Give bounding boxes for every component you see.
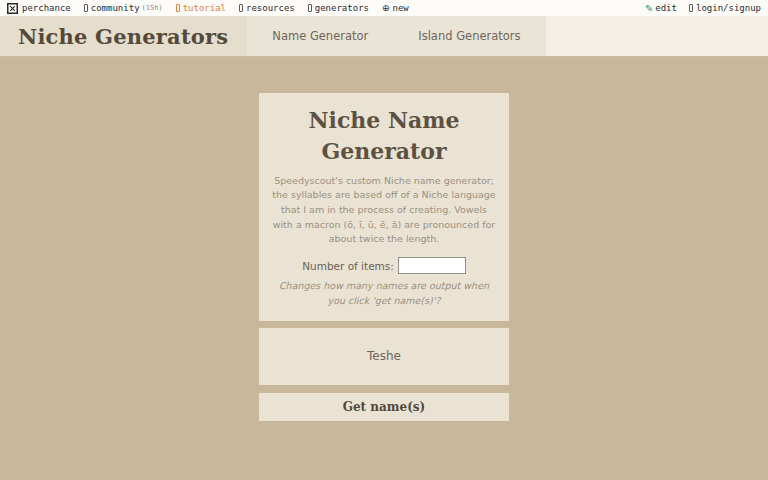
topbar: perchance community (15h) tutorial resou… [0,0,768,16]
generator-card: Niche Name Generator Speedyscout's custo… [259,93,509,321]
pencil-icon: ✎ [645,3,653,14]
new-label: new [393,3,409,13]
edit-label: edit [655,3,677,13]
edit-link[interactable]: ✎ edit [645,3,677,14]
user-icon [689,4,693,12]
brand-label: perchance [22,3,71,13]
new-generator-link[interactable]: ⊕ new [382,3,409,13]
number-of-items-label: Number of items: [302,260,394,272]
community-label: community [91,3,140,13]
generator-content: Niche Name Generator Speedyscout's custo… [0,57,768,421]
resources-label: resources [246,3,295,13]
community-activity-badge: (15h) [142,4,163,12]
items-help-note: Changes how many names are output when y… [272,279,496,308]
generators-link[interactable]: generators [308,3,369,13]
generator-description: Speedyscout's custom Niche name generato… [272,174,496,248]
generators-label: generators [315,3,369,13]
plus-circle-icon: ⊕ [382,3,390,13]
community-link[interactable]: community (15h) [84,3,163,13]
login-signup-label: login/signup [696,3,761,13]
get-names-button[interactable]: Get name(s) [259,393,509,421]
number-of-items-input[interactable] [398,257,466,274]
login-signup-link[interactable]: login/signup [689,3,761,13]
tab-island-generators[interactable]: Island Generators [393,16,545,56]
perchance-home-link[interactable]: perchance [7,3,71,14]
tab-name-generator[interactable]: Name Generator [247,16,393,56]
resources-link[interactable]: resources [239,3,295,13]
tutorial-label: tutorial [183,3,226,13]
community-icon [84,4,88,12]
number-of-items-row: Number of items: [272,257,496,274]
generated-name-text: Teshe [367,349,401,363]
tutorial-link[interactable]: tutorial [176,3,226,13]
generator-header: Niche Generators Name Generator Island G… [0,16,768,57]
generated-name-output: Teshe [259,328,509,385]
topbar-right: ✎ edit login/signup [645,3,761,14]
page-title: Niche Generators [0,16,247,56]
generator-title: Niche Name Generator [272,105,496,167]
resources-icon [239,4,243,12]
perchance-logo-icon [7,3,18,14]
tutorial-icon [176,4,180,12]
generators-icon [308,4,312,12]
tab-bar: Name Generator Island Generators [247,16,545,56]
